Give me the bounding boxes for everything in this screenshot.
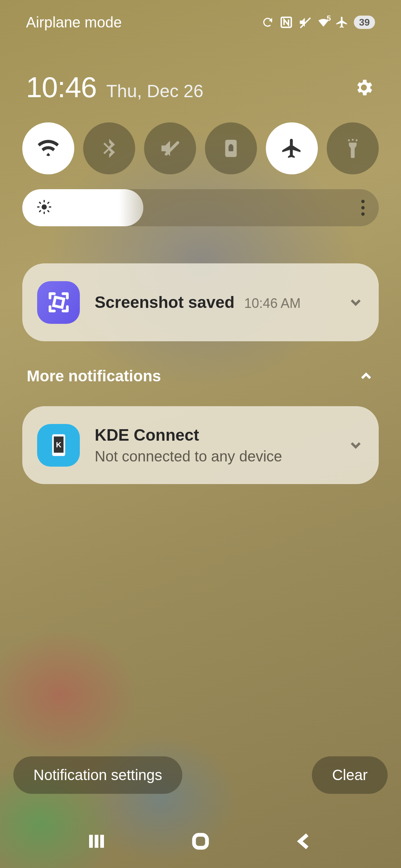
more-notifications-header[interactable]: More notifications <box>27 367 374 385</box>
chevron-down-icon <box>348 294 364 310</box>
airplane-status-icon <box>335 16 349 29</box>
sync-icon <box>261 16 274 29</box>
svg-text:K: K <box>56 441 61 449</box>
chevron-down-icon <box>348 437 364 453</box>
crop-icon <box>46 289 72 315</box>
svg-point-5 <box>356 139 358 141</box>
status-icons: 5 39 <box>261 16 375 29</box>
expand-button[interactable] <box>348 294 364 310</box>
nav-home-button[interactable] <box>189 830 212 854</box>
qs-tile-mute[interactable] <box>144 122 196 174</box>
notification-actions: Notification settings Clear <box>13 756 388 794</box>
nfc-icon <box>280 16 293 29</box>
rotation-lock-icon <box>219 137 242 160</box>
notification-settings-button[interactable]: Notification settings <box>13 756 182 794</box>
svg-line-14 <box>48 203 49 203</box>
notification-card[interactable]: Screenshot saved 10:46 AM <box>22 263 379 341</box>
svg-point-6 <box>42 204 47 210</box>
notification-title: Screenshot saved <box>95 293 235 312</box>
clear-button[interactable]: Clear <box>312 756 388 794</box>
flashlight-icon <box>341 137 364 160</box>
clock-date[interactable]: Thu, Dec 26 <box>106 81 203 101</box>
wifi-icon <box>37 137 60 160</box>
home-icon <box>189 830 212 852</box>
svg-point-3 <box>348 139 350 141</box>
nav-recents-button[interactable] <box>85 830 108 854</box>
qs-tile-wifi[interactable] <box>22 122 74 174</box>
gear-icon <box>353 77 374 98</box>
notification-subtitle: Not connected to any device <box>95 448 348 465</box>
app-icon-kdeconnect: K <box>37 424 80 467</box>
bluetooth-icon <box>98 137 121 160</box>
status-network-label: Airplane mode <box>26 14 122 31</box>
brightness-icon <box>36 199 52 216</box>
svg-rect-22 <box>194 835 207 848</box>
notification-title: KDE Connect <box>95 426 199 444</box>
svg-rect-15 <box>53 297 64 308</box>
navigation-bar <box>0 816 401 868</box>
svg-line-13 <box>40 211 40 211</box>
qs-tile-bluetooth[interactable] <box>83 122 135 174</box>
svg-point-4 <box>352 139 353 141</box>
recents-icon <box>85 830 108 852</box>
clock-time[interactable]: 10:46 <box>26 70 97 104</box>
back-icon <box>293 830 316 852</box>
chevron-up-icon <box>358 368 374 384</box>
collapse-button[interactable] <box>358 368 374 384</box>
kde-phone-icon: K <box>46 432 72 458</box>
wifi-count-badge: 5 <box>327 14 331 23</box>
quick-settings-row <box>22 122 379 174</box>
nav-back-button[interactable] <box>293 830 316 854</box>
more-notifications-label: More notifications <box>27 367 161 385</box>
notification-card[interactable]: K KDE Connect Not connected to any devic… <box>22 406 379 484</box>
svg-line-11 <box>40 203 40 203</box>
status-bar: Airplane mode 5 39 <box>0 0 401 45</box>
brightness-more-button[interactable] <box>361 200 365 216</box>
svg-line-12 <box>48 211 49 211</box>
settings-button[interactable] <box>353 76 375 99</box>
panel-header: 10:46 Thu, Dec 26 <box>26 70 375 104</box>
qs-tile-rotation-lock[interactable] <box>205 122 257 174</box>
expand-button[interactable] <box>348 437 364 453</box>
airplane-icon <box>280 137 303 160</box>
battery-indicator: 39 <box>354 16 375 29</box>
brightness-slider[interactable] <box>22 189 379 226</box>
app-icon-screenshot <box>37 281 80 324</box>
qs-tile-airplane[interactable] <box>266 122 318 174</box>
qs-tile-flashlight[interactable] <box>327 122 379 174</box>
mute-status-icon <box>298 16 312 29</box>
notification-time: 10:46 AM <box>244 296 301 311</box>
mute-icon <box>159 137 182 160</box>
